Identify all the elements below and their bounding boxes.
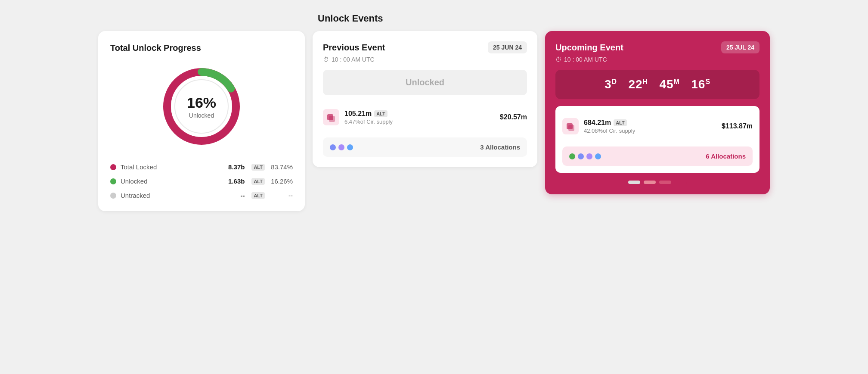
legend-locked-amount: 8.37b: [228, 163, 245, 171]
prev-allocations-footer[interactable]: 3 Allocations: [323, 137, 527, 157]
prev-token-amount: 105.21m: [344, 110, 372, 118]
page-dot-2[interactable]: [644, 181, 656, 184]
upcoming-token-tag: ALT: [614, 119, 627, 126]
legend-unlocked-tag: ALT: [251, 178, 265, 185]
legend-unlocked-amount: 1.63b: [228, 178, 245, 185]
prev-event-title: Previous Event: [323, 43, 385, 53]
unlocked-dot: [110, 178, 116, 184]
countdown-box: 3D 22H 45M 16S: [555, 70, 760, 99]
upcoming-token-icon: [562, 118, 579, 134]
legend-locked-name: Total Locked: [121, 163, 224, 171]
legend-unlocked-pct: 16.26%: [269, 178, 293, 185]
upcoming-token-info: 684.21m ALT 42.08%of Cir. supply: [584, 119, 716, 134]
locked-dot: [110, 164, 116, 170]
upcoming-event-card: Upcoming Event 25 JUL 24 ⏱ 10 : 00 AM UT…: [545, 31, 770, 194]
upcoming-alloc-footer[interactable]: 6 Allocations: [562, 146, 753, 166]
page-dot-1[interactable]: [628, 181, 640, 184]
donut-wrapper: 16% Unlocked: [158, 63, 245, 150]
countdown-s-label: S: [705, 78, 710, 85]
legend-unlocked-name: Unlocked: [121, 178, 224, 185]
upcoming-event-title: Upcoming Event: [555, 43, 623, 53]
countdown-h-label: H: [643, 78, 648, 85]
legend-row-locked: Total Locked 8.37b ALT 83.74%: [110, 163, 293, 171]
upcoming-token-amount-row: 684.21m ALT: [584, 119, 716, 127]
upcoming-dot-1: [569, 153, 575, 159]
unlocked-status-btn: Unlocked: [323, 70, 527, 95]
clock-icon-prev: ⏱: [323, 56, 329, 63]
prev-event-time-text: 10 : 00 AM UTC: [332, 56, 375, 63]
prev-dot-2: [338, 144, 344, 150]
pagination-dots: [555, 181, 760, 184]
donut-container: 16% Unlocked: [110, 63, 293, 150]
left-card-title: Total Unlock Progress: [110, 43, 293, 53]
upcoming-event-header: Upcoming Event 25 JUL 24: [555, 41, 760, 53]
prev-token-tag: ALT: [374, 110, 388, 117]
donut-percent: 16%: [187, 94, 216, 111]
donut-center: 16% Unlocked: [187, 94, 216, 119]
legend-locked-tag: ALT: [251, 164, 265, 171]
donut-label: Unlocked: [187, 112, 216, 119]
svg-rect-6: [568, 125, 574, 131]
svg-rect-4: [329, 116, 335, 122]
upcoming-token-amount: 684.21m: [584, 119, 611, 127]
upcoming-token-supply: 42.08%of Cir. supply: [584, 128, 716, 134]
outer-container: Unlock Events Total Unlock Progress 16%: [98, 13, 770, 211]
upcoming-event-date: 25 JUL 24: [721, 41, 760, 53]
prev-alloc-count: 3 Allocations: [480, 143, 520, 151]
clock-icon-upcoming: ⏱: [555, 56, 561, 63]
upcoming-inner-card: 684.21m ALT 42.08%of Cir. supply $113.87…: [555, 106, 760, 173]
legend-locked-pct: 83.74%: [269, 163, 293, 171]
prev-event-date: 25 JUN 24: [488, 41, 527, 53]
prev-token-info: 105.21m ALT 6.47%of Cir. supply: [344, 110, 495, 125]
prev-token-row: 105.21m ALT 6.47%of Cir. supply $20.57m: [323, 104, 527, 131]
countdown-text: 3D 22H 45M 16S: [563, 78, 752, 91]
upcoming-event-time: ⏱ 10 : 00 AM UTC: [555, 56, 760, 63]
prev-token-supply: 6.47%of Cir. supply: [344, 118, 495, 125]
upcoming-token-usd: $113.87m: [722, 122, 753, 130]
legend-row-unlocked: Unlocked 1.63b ALT 16.26%: [110, 178, 293, 185]
prev-event-time: ⏱ 10 : 00 AM UTC: [323, 56, 527, 63]
prev-token-icon: [323, 109, 339, 125]
countdown-days: 3: [604, 78, 612, 91]
upcoming-alloc-count: 6 Allocations: [706, 153, 746, 160]
previous-event-card: Previous Event 25 JUN 24 ⏱ 10 : 00 AM UT…: [313, 31, 537, 167]
upcoming-alloc-dots: [569, 153, 601, 159]
prev-token-amount-row: 105.21m ALT: [344, 110, 495, 118]
legend-untracked-pct: --: [269, 192, 293, 199]
countdown-hours: 22: [628, 78, 642, 91]
legend: Total Locked 8.37b ALT 83.74% Unlocked 1…: [110, 163, 293, 199]
upcoming-dot-2: [578, 153, 584, 159]
prev-token-usd: $20.57m: [500, 113, 527, 121]
countdown-seconds: 16: [691, 78, 705, 91]
legend-untracked-amount: --: [240, 192, 245, 199]
page-dot-4[interactable]: [675, 181, 687, 184]
upcoming-event-time-text: 10 : 00 AM UTC: [564, 56, 607, 63]
upcoming-token-row: 684.21m ALT 42.08%of Cir. supply $113.87…: [562, 113, 753, 140]
countdown-m-label: M: [674, 78, 680, 85]
prev-dot-1: [330, 144, 336, 150]
countdown-d-label: D: [611, 78, 617, 85]
untracked-dot: [110, 193, 116, 199]
prev-event-header: Previous Event 25 JUN 24: [323, 41, 527, 53]
left-card: Total Unlock Progress 16% Unlocked: [98, 31, 305, 211]
upcoming-dot-4: [595, 153, 601, 159]
upcoming-dot-3: [586, 153, 592, 159]
legend-untracked-name: Untracked: [121, 192, 236, 199]
page-dot-3[interactable]: [659, 181, 671, 184]
unlock-events-title: Unlock Events: [318, 13, 770, 24]
prev-dot-3: [347, 144, 353, 150]
legend-row-untracked: Untracked -- ALT --: [110, 192, 293, 199]
main-row: Total Unlock Progress 16% Unlocked: [98, 31, 770, 211]
legend-untracked-tag: ALT: [251, 192, 265, 199]
prev-alloc-dots: [330, 144, 353, 150]
countdown-minutes: 45: [659, 78, 673, 91]
